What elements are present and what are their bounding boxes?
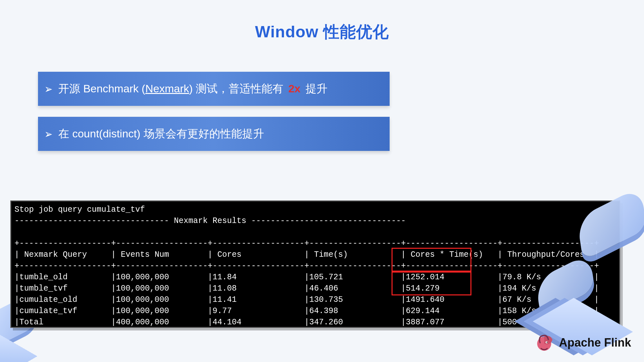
slide-title: Window 性能优化 xyxy=(0,0,644,43)
bullet-count-distinct: ➢ 在 count(distinct) 场景会有更好的性能提升 xyxy=(38,117,390,151)
svg-point-2 xyxy=(546,342,547,343)
flink-squirrel-icon xyxy=(534,332,554,353)
chevron-right-icon: ➢ xyxy=(44,127,52,141)
bullet-text: 开源 Benchmark (Nexmark) 测试，普适性能有 2x 提升 xyxy=(58,81,327,96)
bullet-list: ➢ 开源 Benchmark (Nexmark) 测试，普适性能有 2x 提升 … xyxy=(38,72,644,151)
bullet-text: 在 count(distinct) 场景会有更好的性能提升 xyxy=(58,126,264,141)
chevron-right-icon: ➢ xyxy=(44,82,52,96)
bullet-benchmark: ➢ 开源 Benchmark (Nexmark) 测试，普适性能有 2x 提升 xyxy=(38,72,390,106)
terminal-output: Stop job query cumulate_tvf ------------… xyxy=(10,200,620,328)
flink-logo-label: Apache Flink xyxy=(559,336,631,349)
apache-flink-logo: Apache Flink xyxy=(534,332,631,353)
